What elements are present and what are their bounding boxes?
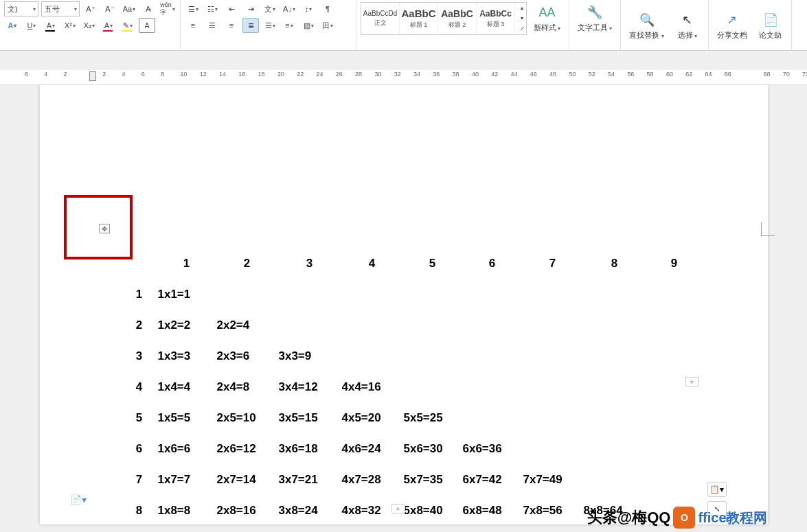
table-cell[interactable] [404,279,462,309]
table-cell[interactable]: 1x1=1 [158,279,216,309]
table-cell[interactable]: 3x9=27 [279,527,341,532]
table-cell[interactable]: 1x2=2 [158,310,216,340]
table-cell[interactable] [584,465,646,494]
show-marks-button[interactable]: ¶ [319,1,336,16]
styles-gallery[interactable]: AaBbCcDd 正文 AaBbC 标题 1 AaBbC 标题 2 AaBbCc… [361,2,527,35]
clear-format-button[interactable]: A̶ [140,1,157,16]
table-cell[interactable]: 5x9=45 [404,527,462,532]
table-cell[interactable] [584,341,646,371]
change-case-button[interactable]: Aa [121,1,137,16]
table-cell[interactable]: 2x4=8 [217,372,277,402]
table-cell[interactable]: 4x4=16 [342,372,402,402]
table-cell[interactable]: 1x5=5 [158,403,216,432]
table-cell[interactable]: 1x3=3 [158,341,216,371]
table-add-col-button[interactable]: + [391,504,405,513]
font-family-select[interactable]: 文) [4,1,38,16]
table-cell[interactable] [523,279,582,309]
table-cell[interactable]: 4x9=36 [342,527,402,532]
styles-up-button[interactable]: ▴ [515,3,529,13]
table-cell[interactable] [523,434,582,463]
phonetic-guide-button[interactable]: wén字 [159,1,176,16]
paste-options-button[interactable]: 📋▾ [707,482,727,497]
page-info-icon[interactable]: 📄▾ [70,494,87,505]
table-cell[interactable]: 7x8=56 [523,496,582,525]
align-right-button[interactable]: ≡ [223,18,240,33]
table-cell[interactable] [404,372,462,402]
table-cell[interactable] [523,403,582,432]
table-cell[interactable]: 5x5=25 [404,403,462,432]
horizontal-ruler[interactable]: 6422468101214161820222426283032343638404… [0,70,807,85]
table-cell[interactable]: 1x9=9 [158,527,216,532]
table-cell[interactable] [217,279,277,309]
table-cell[interactable]: 3x6=18 [279,434,341,463]
shading-button[interactable]: ▧ [300,18,317,33]
table-cell[interactable] [463,372,522,402]
table-cell[interactable] [647,279,702,309]
line-spacing-button[interactable]: ≡ [281,18,297,33]
table-cell[interactable] [523,372,582,402]
font-color2-button[interactable]: A [43,18,59,33]
table-cell[interactable] [647,434,702,463]
table-col-header[interactable]: 1 [158,248,216,278]
table-col-header[interactable]: 3 [279,248,341,278]
table-row-header[interactable]: 6 [122,434,157,463]
table-row-header[interactable]: 2 [122,310,157,340]
decrease-indent-button[interactable]: ⇤ [223,1,240,16]
table-cell[interactable]: 3x5=15 [279,403,341,432]
subscript-button[interactable]: X₂ [81,18,98,33]
table-cell[interactable]: 5x7=35 [404,465,462,494]
table-cell[interactable]: 4x6=24 [342,434,402,463]
table-cell[interactable]: 7x7=49 [523,465,582,494]
styles-down-button[interactable]: ▾ [515,13,529,23]
table-cell[interactable]: 3x7=21 [279,465,341,494]
table-cell[interactable]: 2x7=14 [217,465,277,494]
table-cell[interactable] [463,310,522,340]
style-normal[interactable]: AaBbCcDd 正文 [361,3,400,34]
new-style-button[interactable]: AA 新样式 [530,1,565,36]
table-cell[interactable] [463,279,522,309]
align-justify-button[interactable]: ≣ [242,18,259,33]
table-cell[interactable] [523,341,582,371]
table-move-handle[interactable]: ✥ [99,224,110,233]
table-cell[interactable]: 3x8=24 [279,496,341,525]
table-cell[interactable]: 1x4=4 [158,372,216,402]
table-cell[interactable]: 1x6=6 [158,434,216,463]
character-border-button[interactable]: A [139,18,155,33]
table-corner-cell[interactable] [122,248,157,278]
text-effects-button[interactable]: A [4,18,21,33]
table-col-header[interactable]: 2 [217,248,277,278]
table-cell[interactable] [342,310,402,340]
bullets-button[interactable]: ☰ [185,1,201,16]
table-cell[interactable] [647,403,702,432]
select-button[interactable]: ↖ 选择 [671,9,704,43]
table-cell[interactable] [584,310,646,340]
table-cell[interactable] [647,310,702,340]
table-row-header[interactable]: 1 [122,279,157,309]
table-cell[interactable]: 6x7=42 [463,465,522,494]
font-color-button[interactable]: A [100,18,117,33]
table-row-header[interactable]: 8 [122,496,157,525]
asian-layout-button[interactable]: 文 [262,1,278,16]
table-cell[interactable] [584,372,646,402]
align-left-button[interactable]: ≡ [185,18,201,33]
table-cell[interactable] [342,341,402,371]
table-cell[interactable]: 4x5=20 [342,403,402,432]
table-cell[interactable]: 2x8=16 [217,496,277,525]
table-cell[interactable]: 6x6=36 [463,434,522,463]
align-center-button[interactable]: ☰ [204,18,220,33]
table-cell[interactable] [647,465,702,494]
table-cell[interactable]: 7x9=63 [523,527,582,532]
thesis-button[interactable]: 📄 论文助 [754,9,787,43]
table-row-header[interactable]: 3 [122,341,157,371]
table-cell[interactable]: 4x7=28 [342,465,402,494]
table-cell[interactable] [404,341,462,371]
underline-button[interactable]: U [23,18,40,33]
table-col-header[interactable]: 7 [523,248,582,278]
table-cell[interactable]: 2x6=12 [217,434,277,463]
table-cell[interactable]: 5x6=30 [404,434,462,463]
grow-font-button[interactable]: A⁺ [82,1,99,16]
table-cell[interactable] [584,279,646,309]
table-row-header[interactable]: 7 [122,465,157,494]
table-cell[interactable]: 2x2=4 [217,310,277,340]
style-heading2[interactable]: AaBbC 标题 2 [438,3,477,34]
